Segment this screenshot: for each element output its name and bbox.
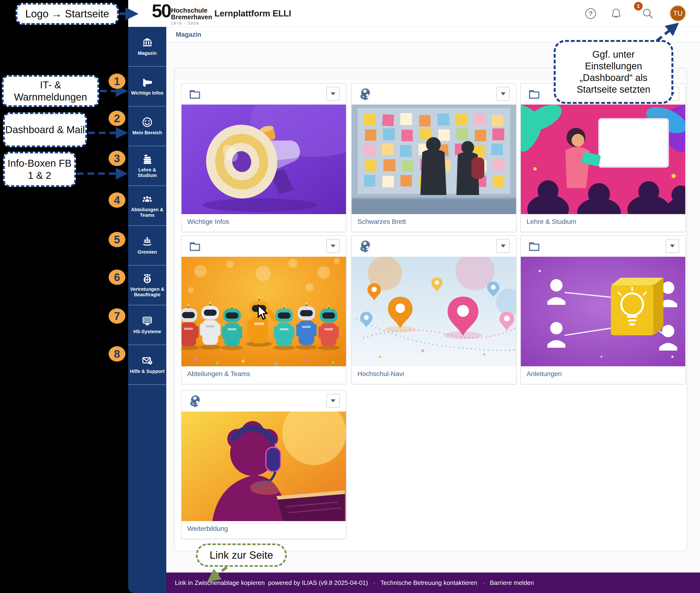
annotation-number-7: 7 <box>109 308 125 324</box>
card-title[interactable]: Lehre & Studium <box>521 214 685 229</box>
link-object-icon <box>358 87 372 101</box>
card-actions-dropdown[interactable] <box>326 394 340 408</box>
people-group-icon <box>142 194 153 205</box>
card-hochschul-navi[interactable]: Hochschul-Navi <box>351 235 517 384</box>
sidebar-item-abteilungen-teams[interactable]: Abteilungen & Teams <box>128 186 166 226</box>
app-header: 50 Hochschule Bremerhaven 1975 - 2025 Le… <box>128 0 700 27</box>
sidebar-item-label: Hilfe & Support <box>130 369 164 374</box>
folder-icon <box>527 87 541 101</box>
mouse-cursor <box>255 304 269 321</box>
sidebar-item-wichtige-infos[interactable]: Wichtige Infos <box>128 67 166 107</box>
annotation-number-2: 2 <box>109 111 125 126</box>
monitor-icon <box>142 316 153 326</box>
card-actions-dropdown[interactable] <box>496 87 510 101</box>
folder-icon <box>188 87 201 101</box>
sidebar-item-hilfe-support[interactable]: ? Hilfe & Support <box>128 345 166 385</box>
annotation-logo-note: Logo → Startseite <box>16 3 119 25</box>
card-image-lightbulb-network <box>521 257 685 366</box>
card-title[interactable]: Wichtige Infos <box>182 214 346 229</box>
annotation-number-8: 8 <box>109 346 125 361</box>
megaphone-icon <box>142 77 153 88</box>
contact-support-link[interactable]: Technische Betreuung kontaktieren <box>380 579 477 587</box>
chevron-down-icon <box>501 92 506 95</box>
folder-icon <box>527 240 541 253</box>
card-image-sticky-notes <box>352 105 516 214</box>
card-image-map-pins <box>352 257 516 366</box>
card-image-megaphone <box>182 105 346 214</box>
smiley-icon <box>142 117 153 128</box>
card-anleitungen[interactable]: Anleitungen <box>520 235 686 384</box>
card-title[interactable]: Hochschul-Navi <box>352 366 516 382</box>
logo-wordmark: Hochschule Bremerhaven 1975 - 2025 <box>171 7 212 25</box>
card-weiterbildung[interactable]: Weiterbildung <box>181 390 346 539</box>
card-header <box>352 84 516 105</box>
card-lehre-studium[interactable]: Lehre & Studium <box>520 83 686 232</box>
card-image-headphones-learner <box>182 411 346 521</box>
sidebar-item-lehre-studium[interactable]: Lehre & Studium <box>128 146 166 186</box>
annotation-note-1: IT- & Warnmeldungen <box>2 75 99 107</box>
chevron-down-icon <box>331 92 335 95</box>
card-actions-dropdown[interactable] <box>326 239 340 253</box>
card-header <box>182 84 346 105</box>
user-avatar[interactable]: TU <box>669 5 686 22</box>
card-image-presentation <box>521 105 685 214</box>
breadcrumb[interactable]: Magazin <box>176 31 201 38</box>
sidebar-item-gremien[interactable]: Gremien <box>128 226 166 266</box>
annotation-note-3: Info-Boxen FB 1 & 2 <box>3 152 76 187</box>
search-icon[interactable] <box>642 8 654 19</box>
card-title[interactable]: Schwarzes Brett <box>352 214 516 229</box>
sidebar-item-mein-bereich[interactable]: Mein Bereich <box>128 107 166 146</box>
notification-count-badge: 1 <box>634 2 642 10</box>
link-object-icon <box>358 240 372 253</box>
chevron-down-icon <box>670 245 675 247</box>
card-title[interactable]: Anleitungen <box>521 366 685 382</box>
sidebar-item-label: Abteilungen & Teams <box>129 207 165 218</box>
sidebar-item-hs-systeme[interactable]: HS-Systeme <box>128 305 166 345</box>
card-wichtige-infos[interactable]: Wichtige Infos <box>181 83 346 232</box>
annotation-number-1: 1 <box>109 74 125 89</box>
university-logo[interactable]: 50 Hochschule Bremerhaven 1975 - 2025 <box>152 2 212 25</box>
link-object-icon <box>188 394 201 408</box>
books-icon <box>142 154 153 165</box>
chevron-down-icon <box>501 245 506 247</box>
mail-question-icon: ? <box>142 355 153 366</box>
sidebar-item-label: Mein Bereich <box>133 130 162 135</box>
card-header <box>352 236 516 257</box>
sidebar-item-label: Vertretungen & Beauftragte <box>129 286 165 298</box>
annotation-number-4: 4 <box>109 192 125 208</box>
notifications-bell-icon[interactable] <box>610 8 622 19</box>
annotation-number-6: 6 <box>109 270 125 285</box>
report-barrier-link[interactable]: Barriere melden <box>490 579 534 587</box>
chevron-down-icon <box>331 399 335 402</box>
sidebar-item-magazin[interactable]: Magazin <box>128 27 166 67</box>
sidebar-item-label: Magazin <box>138 50 157 56</box>
help-icon[interactable]: ? <box>585 8 597 19</box>
sidebar-item-label: HS-Systeme <box>134 329 161 334</box>
card-title[interactable]: Abteilungen & Teams <box>182 366 346 382</box>
svg-text:?: ? <box>149 361 151 364</box>
bank-icon <box>142 37 153 48</box>
sidebar-item-label: Gremien <box>138 249 157 255</box>
sidebar-item-vertretungen[interactable]: Vertretungen & Beauftragte <box>128 266 166 305</box>
footer-separator: · <box>371 579 377 587</box>
globe-people-icon <box>142 273 153 284</box>
card-header <box>521 236 685 257</box>
chevron-down-icon <box>331 245 335 247</box>
footer-separator: · <box>481 579 486 587</box>
card-actions-dropdown[interactable] <box>496 239 510 253</box>
repository-panel: Wichtige Infos Schwarzes B <box>174 68 687 551</box>
card-schwarzes-brett[interactable]: Schwarzes Brett <box>351 83 517 232</box>
annotation-settings-note: Ggf. unter Einstellungen „Dashboard“ als… <box>554 40 673 104</box>
powered-by-ilias: powered by ILIAS (v9.8 2025-04-01) <box>268 579 368 587</box>
copy-link-to-clipboard[interactable]: Link in Zwischenablage kopieren <box>175 579 265 587</box>
card-actions-dropdown[interactable] <box>666 239 679 253</box>
sidebar: Magazin Wichtige Infos Mein Bereich Lehr… <box>128 27 166 593</box>
committee-icon <box>142 236 153 247</box>
sidebar-item-label: Lehre & Studium <box>129 167 165 178</box>
card-title[interactable]: Weiterbildung <box>182 521 346 536</box>
logo-50-text: 50 <box>152 2 171 19</box>
annotation-number-5: 5 <box>109 232 125 247</box>
svg-text:?: ? <box>589 10 593 17</box>
card-actions-dropdown[interactable] <box>326 87 340 101</box>
annotation-note-2: Dashboard & Mail <box>3 112 87 147</box>
